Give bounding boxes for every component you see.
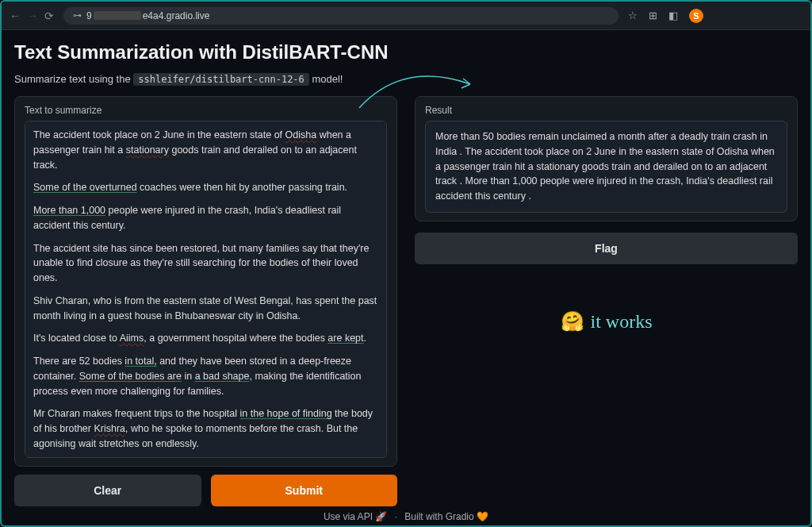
url-suffix: e4a4.gradio.live bbox=[143, 10, 210, 21]
url-bar[interactable]: ⊶ 9 xxxx e4a4.gradio.live bbox=[63, 7, 619, 25]
subtitle-post: model! bbox=[309, 73, 343, 85]
app-container: Text Summarization with DistilBART-CNN S… bbox=[2, 30, 810, 525]
sidepanel-icon[interactable]: ◧ bbox=[668, 10, 678, 21]
url-prefix: 9 bbox=[86, 10, 92, 21]
bookmark-icon[interactable]: ☆ bbox=[628, 10, 638, 21]
clear-button[interactable]: Clear bbox=[14, 475, 201, 506]
subtitle-pre: Summarize text using the bbox=[14, 73, 133, 85]
back-icon[interactable]: ← bbox=[10, 10, 21, 22]
footer-sep: · bbox=[395, 511, 397, 522]
input-textarea[interactable]: The accident took place on 2 June in the… bbox=[25, 121, 387, 458]
input-label: Text to summarize bbox=[25, 105, 387, 116]
forward-icon[interactable]: → bbox=[27, 10, 38, 22]
input-column: Text to summarize The accident took plac… bbox=[14, 96, 397, 506]
flag-button[interactable]: Flag bbox=[415, 233, 798, 264]
page-subtitle: Summarize text using the sshleifer/disti… bbox=[14, 73, 798, 85]
footer-api-link[interactable]: Use via API 🚀 bbox=[324, 511, 387, 522]
browser-actions: ☆ ⊞ ◧ S bbox=[628, 9, 703, 23]
output-text: More than 50 bodies remain unclaimed a m… bbox=[425, 121, 787, 213]
button-row: Clear Submit bbox=[14, 475, 397, 506]
annotation-callout: 🤗 it works bbox=[561, 310, 653, 333]
model-name-code: sshleifer/distilbart-cnn-12-6 bbox=[133, 73, 309, 86]
output-label: Result bbox=[425, 105, 787, 116]
extensions-icon[interactable]: ⊞ bbox=[649, 10, 657, 21]
page-title: Text Summarization with DistilBART-CNN bbox=[14, 41, 798, 63]
browser-nav: ← → ⟳ bbox=[10, 10, 54, 22]
url-obscured: xxxx bbox=[94, 11, 141, 20]
site-info-icon: ⊶ bbox=[73, 10, 82, 21]
annotation-emoji: 🤗 bbox=[561, 310, 584, 333]
reload-icon[interactable]: ⟳ bbox=[44, 10, 54, 22]
input-panel: Text to summarize The accident took plac… bbox=[14, 96, 397, 467]
output-column: Result More than 50 bodies remain unclai… bbox=[415, 96, 798, 506]
footer: Use via API 🚀 · Built with Gradio 🧡 bbox=[14, 506, 798, 525]
columns: Text to summarize The accident took plac… bbox=[14, 96, 798, 506]
browser-bar: ← → ⟳ ⊶ 9 xxxx e4a4.gradio.live ☆ ⊞ ◧ S bbox=[2, 2, 810, 30]
footer-gradio-link[interactable]: Built with Gradio 🧡 bbox=[404, 511, 488, 522]
profile-avatar[interactable]: S bbox=[689, 9, 703, 23]
submit-button[interactable]: Submit bbox=[211, 475, 398, 506]
annotation-text: it works bbox=[591, 311, 653, 333]
output-panel: Result More than 50 bodies remain unclai… bbox=[415, 96, 798, 221]
